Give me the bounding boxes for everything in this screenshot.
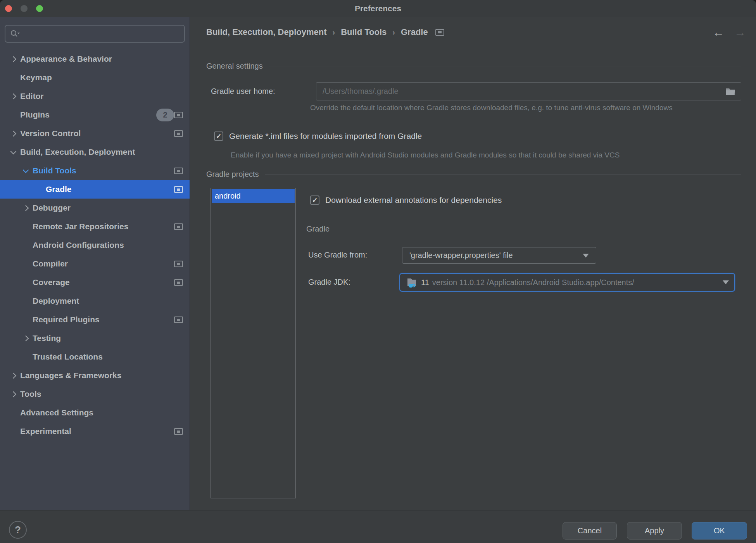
- generate-iml-checkbox[interactable]: [214, 131, 223, 141]
- sidebar-item-trusted-locations[interactable]: Trusted Locations: [0, 348, 190, 366]
- ok-button[interactable]: OK: [692, 522, 747, 540]
- sidebar-item-label: Version Control: [20, 129, 81, 138]
- breadcrumb-separator: ›: [332, 28, 335, 37]
- chevron-spacer: [34, 180, 46, 199]
- sidebar-item-label: Appearance & Behavior: [20, 54, 112, 64]
- sidebar-item-version-control[interactable]: Version Control: [0, 124, 190, 143]
- window-title: Preferences: [355, 4, 401, 13]
- chevron-right-icon[interactable]: [21, 329, 33, 348]
- jdk-path: version 11.0.12 /Applications/Android St…: [432, 278, 634, 287]
- sidebar-item-testing[interactable]: Testing: [0, 329, 190, 348]
- sidebar-item-appearance-behavior[interactable]: Appearance & Behavior: [0, 50, 190, 68]
- sidebar-item-plugins[interactable]: Plugins2: [0, 105, 190, 124]
- chevron-right-icon[interactable]: [9, 385, 20, 403]
- gradle-subsection-header: Gradle: [306, 223, 739, 234]
- minimize-window-button: [21, 5, 28, 12]
- jdk-folder-icon: [406, 276, 418, 289]
- window-controls: [5, 5, 43, 12]
- search-input[interactable]: [23, 29, 180, 39]
- cancel-button[interactable]: Cancel: [563, 522, 617, 540]
- sidebar-item-label: Required Plugins: [33, 315, 100, 324]
- settings-marker-icon: [174, 279, 183, 286]
- generate-iml-row[interactable]: Generate *.iml files for modules importe…: [214, 131, 422, 141]
- forward-arrow-icon: →: [734, 26, 746, 39]
- sidebar-item-tools[interactable]: Tools: [0, 385, 190, 403]
- sidebar-item-label: Languages & Frameworks: [20, 371, 121, 380]
- sidebar-item-debugger[interactable]: Debugger: [0, 199, 190, 217]
- gradle-projects-section-header: Gradle projects: [206, 169, 741, 180]
- gradle-jdk-combobox[interactable]: 11 version 11.0.12 /Applications/Android…: [399, 273, 735, 292]
- section-rule: [269, 66, 741, 66]
- sidebar-item-experimental[interactable]: Experimental: [0, 422, 190, 441]
- sidebar-item-compiler[interactable]: Compiler: [0, 254, 190, 273]
- dialog-footer: ? Cancel Apply OK: [0, 510, 756, 543]
- section-title: General settings: [206, 62, 263, 71]
- sidebar-item-coverage[interactable]: Coverage: [0, 273, 190, 292]
- sidebar-item-label: Keymap: [20, 73, 52, 82]
- sidebar-item-label: Editor: [20, 92, 44, 101]
- back-arrow-icon[interactable]: ←: [713, 26, 724, 39]
- sidebar-item-label: Tools: [20, 389, 41, 399]
- preferences-dialog: Preferences Appearance & BehaviorKeymapE…: [0, 0, 756, 543]
- sidebar-item-editor[interactable]: Editor: [0, 87, 190, 105]
- help-button[interactable]: ?: [9, 521, 27, 539]
- jdk-version: 11: [421, 278, 429, 287]
- gradle-user-home-help: Override the default location where Grad…: [310, 102, 713, 113]
- sidebar-item-build-execution-deployment[interactable]: Build, Execution, Deployment: [0, 143, 190, 161]
- chevron-right-icon[interactable]: [9, 50, 20, 68]
- project-list-item[interactable]: android: [212, 189, 295, 203]
- chevron-spacer: [21, 236, 33, 254]
- section-rule: [336, 229, 739, 229]
- chevron-down-icon: [583, 254, 589, 258]
- sidebar-item-build-tools[interactable]: Build Tools: [0, 161, 190, 180]
- open-folder-icon[interactable]: [725, 87, 735, 95]
- sidebar-item-advanced-settings[interactable]: Advanced Settings: [0, 403, 190, 422]
- chevron-right-icon[interactable]: [9, 87, 20, 105]
- breadcrumb-item[interactable]: Build Tools: [341, 27, 387, 37]
- breadcrumb-separator: ›: [392, 28, 395, 37]
- gradle-projects-list[interactable]: android: [211, 188, 296, 498]
- chevron-right-icon[interactable]: [9, 366, 20, 385]
- settings-marker-icon: [174, 130, 183, 137]
- chevron-spacer: [21, 348, 33, 366]
- settings-marker-icon: [174, 428, 183, 435]
- sidebar-item-android-configurations[interactable]: Android Configurations: [0, 236, 190, 254]
- sidebar-item-label: Experimental: [20, 427, 71, 436]
- sidebar-item-remote-jar-repositories[interactable]: Remote Jar Repositories: [0, 217, 190, 236]
- sidebar-item-deployment[interactable]: Deployment: [0, 292, 190, 310]
- chevron-down-icon[interactable]: [21, 161, 33, 180]
- chevron-spacer: [9, 403, 20, 422]
- settings-search-box[interactable]: [5, 25, 185, 43]
- breadcrumb-item[interactable]: Gradle: [401, 27, 428, 37]
- sidebar-item-gradle[interactable]: Gradle: [0, 180, 190, 199]
- sidebar-item-required-plugins[interactable]: Required Plugins: [0, 310, 190, 329]
- chevron-spacer: [9, 105, 20, 124]
- section-rule: [265, 174, 741, 175]
- zoom-window-button[interactable]: [36, 5, 43, 12]
- section-title: Gradle: [306, 225, 330, 233]
- sidebar-item-label: Build, Execution, Deployment: [20, 147, 135, 157]
- breadcrumb-item[interactable]: Build, Execution, Deployment: [206, 27, 326, 37]
- settings-sidebar: Appearance & BehaviorKeymapEditorPlugins…: [0, 17, 190, 510]
- gradle-user-home-field[interactable]: [316, 82, 741, 100]
- chevron-down-icon[interactable]: [9, 143, 20, 161]
- download-annotations-label: Download external annotations for depend…: [325, 195, 502, 205]
- download-annotations-row[interactable]: Download external annotations for depend…: [310, 195, 502, 205]
- apply-button[interactable]: Apply: [627, 522, 682, 540]
- download-annotations-checkbox[interactable]: [310, 195, 319, 205]
- gradle-user-home-input[interactable]: [322, 86, 725, 96]
- chevron-spacer: [21, 273, 33, 292]
- sidebar-item-label: Advanced Settings: [20, 408, 93, 417]
- close-window-button[interactable]: [5, 5, 12, 12]
- chevron-right-icon[interactable]: [9, 124, 20, 143]
- chevron-right-icon[interactable]: [21, 199, 33, 217]
- gradle-user-home-label: Gradle user home:: [211, 87, 275, 96]
- sidebar-item-label: Remote Jar Repositories: [33, 222, 128, 231]
- use-gradle-from-dropdown[interactable]: 'gradle-wrapper.properties' file: [402, 247, 596, 264]
- sidebar-item-label: Deployment: [33, 296, 79, 306]
- sidebar-item-languages-frameworks[interactable]: Languages & Frameworks: [0, 366, 190, 385]
- section-title: Gradle projects: [206, 170, 259, 179]
- sidebar-item-keymap[interactable]: Keymap: [0, 68, 190, 87]
- search-icon: [10, 29, 20, 38]
- chevron-spacer: [9, 68, 20, 87]
